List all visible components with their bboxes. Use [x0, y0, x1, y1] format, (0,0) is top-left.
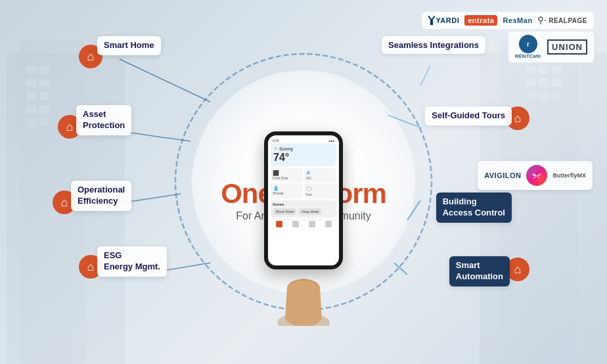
partner-row-1: YARDI entrata ResMan · REALPAGE: [422, 12, 594, 29]
phone-nav-home: [276, 221, 282, 227]
phone-temperature: 74°: [273, 152, 334, 164]
esg-energy-label: ESGEnergy Mgmt.: [104, 250, 160, 271]
phone-body: 9:41 ●●● ☀ Sunny 74° ⬛ Front Door: [264, 131, 343, 269]
feature-smart-home: Smart Home: [97, 36, 161, 55]
feature-building-access: BuildingAccess Control: [436, 193, 512, 223]
phone-status-bar: 9:41 ●●●: [271, 138, 336, 143]
phone-weather-row: ☀ Sunny: [273, 146, 334, 152]
widget-ac-label: A/C: [306, 176, 334, 180]
vendor-row-access: AVIGILON ButterflyMX: [478, 161, 593, 190]
svg-point-38: [539, 17, 543, 21]
smart-home-box: Smart Home: [97, 36, 161, 55]
phone-nav-scenes: [309, 221, 315, 227]
asset-protection-label: AssetProtection: [83, 109, 125, 130]
m-icon-esg: ⌂: [87, 260, 95, 274]
main-content: One Platform For An Intelligent Communit…: [0, 0, 607, 364]
phone-scenes-title: Scenes: [273, 202, 334, 206]
butterflymx-logo: [526, 165, 547, 186]
yardi-logo: YARDI: [428, 16, 460, 25]
feature-self-guided-tours: Self-Guided Tours: [425, 106, 512, 125]
union-logo: UNION: [547, 39, 587, 55]
phone-widget-ac: ❄ A/C: [304, 168, 336, 182]
m-icon-right-bottom: ⌂: [514, 263, 522, 277]
m-icon-smart-home: ⌂: [87, 50, 95, 64]
phone-scenes-panel: Scenes Movie Mode Away Mode: [271, 200, 336, 217]
smart-automation-box: SmartAutomation: [449, 256, 510, 286]
smart-home-label: Smart Home: [104, 40, 154, 50]
avigilon-logo: AVIGILON: [484, 171, 521, 179]
esg-energy-box: ESGEnergy Mgmt.: [97, 246, 167, 277]
self-guided-tours-label: Self-Guided Tours: [432, 110, 505, 120]
phone-signal: ●●●: [328, 139, 334, 143]
phone-nav-settings: [325, 221, 332, 227]
m-icon-operational: ⌂: [61, 196, 68, 210]
phone-weather-widget: ☀ Sunny 74°: [271, 143, 336, 166]
widget-fan-label: Fan: [306, 193, 334, 196]
phone-weather-label: Sunny: [279, 147, 293, 151]
feature-operational-efficiency: OperationalEfficiency: [71, 181, 131, 211]
m-icon-right-top: ⌂: [514, 112, 522, 125]
smart-automation-label: SmartAutomation: [456, 260, 503, 281]
asset-protection-box: AssetProtection: [76, 105, 131, 135]
phone-nav-devices: [292, 221, 299, 227]
rentcafe-logo: r RENTCafé: [515, 35, 541, 59]
phone-time: 9:41: [273, 139, 279, 143]
phone-mockup: 9:41 ●●● ☀ Sunny 74° ⬛ Front Door: [264, 131, 343, 276]
rentcafe-icon: r: [519, 35, 537, 53]
phone-widget-door: ⬛ Front Door: [271, 168, 303, 182]
svg-text:r: r: [527, 41, 529, 48]
phone-widget-shower: 💧 Shower: [271, 183, 303, 198]
phone-screen: 9:41 ●●● ☀ Sunny 74° ⬛ Front Door: [268, 135, 339, 265]
yardi-text: YARDI: [436, 16, 460, 24]
partner-logos-container: YARDI entrata ResMan · REALPAGE r: [422, 12, 594, 62]
butterflymx-text: ButterflyMX: [552, 172, 586, 179]
realpage-text: · REALPAGE: [545, 17, 587, 24]
rentcafe-text: RENTCafé: [515, 53, 541, 59]
building-access-box: BuildingAccess Control: [436, 193, 512, 223]
operational-efficiency-box: OperationalEfficiency: [71, 181, 131, 211]
phone-bottom-nav: [271, 219, 336, 229]
self-guided-tours-box: Self-Guided Tours: [425, 106, 512, 125]
hand-holding-phone: [271, 273, 336, 329]
entrata-logo: entrata: [464, 15, 497, 26]
widget-door-label: Front Door: [273, 176, 301, 180]
phone-widgets-grid: ⬛ Front Door ❄ A/C 💧 Shower 〇 Fan: [271, 168, 336, 198]
feature-asset-protection: AssetProtection: [76, 105, 131, 135]
partner-row-2: r RENTCafé UNION: [508, 32, 594, 62]
phone-widget-fan: 〇 Fan: [304, 183, 336, 198]
feature-smart-automation: SmartAutomation: [449, 256, 510, 286]
m-icon-asset: ⌂: [66, 120, 74, 134]
operational-efficiency-label: OperationalEfficiency: [78, 185, 125, 206]
phone-scene-movie[interactable]: Movie Mode: [273, 208, 296, 215]
building-access-label: BuildingAccess Control: [443, 196, 505, 217]
widget-shower-label: Shower: [273, 191, 301, 195]
svg-rect-37: [430, 20, 433, 25]
resman-logo: ResMan: [503, 16, 532, 24]
phone-scene-away[interactable]: Away Mode: [299, 208, 321, 215]
realpage-logo: · REALPAGE: [538, 16, 587, 24]
feature-esg-energy: ESGEnergy Mgmt.: [97, 246, 167, 277]
